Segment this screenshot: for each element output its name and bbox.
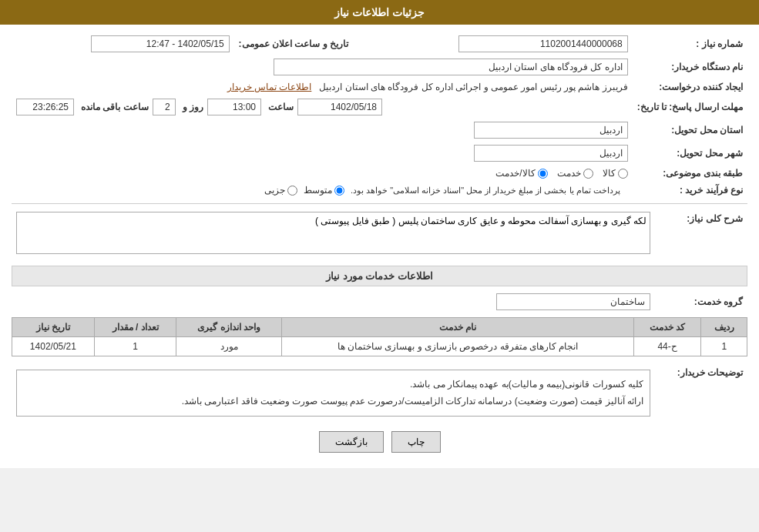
announce-value: 1402/05/15 - 12:47 [91,35,230,52]
buyer-notes-box: کلیه کسورات قانونی(بیمه و مالیات)به عهده… [16,370,650,417]
day-value: 2 [153,99,176,115]
category-khedmat-option[interactable]: خدمت [557,168,593,179]
col-name: نام خدمت [282,318,634,337]
contact-link[interactable]: اطلاعات تماس خریدار [227,82,312,92]
page-header: جزئیات اطلاعات نیاز [0,0,759,25]
cell-3: مورد [176,337,282,356]
services-table: ردیف کد خدمت نام خدمت واحد اندازه گیری ت… [12,317,747,356]
col-unit: واحد اندازه گیری [176,318,282,337]
page-title: جزئیات اطلاعات نیاز [334,6,425,18]
day-label: روز و [183,102,203,112]
purchase-jozi-label: جزیی [264,185,285,196]
reply-time-value: 13:00 [207,99,261,115]
back-button[interactable]: بازگشت [319,431,384,453]
need-number-value: 1102001440000068 [458,35,628,52]
cell-4: 1 [94,337,176,356]
category-khedmat-label: خدمت [557,168,581,179]
reply-deadline-label: مهلت ارسال پاسخ: تا تاریخ: [633,95,747,119]
description-label: شرح کلی نیاز: [655,209,747,259]
category-both-label: کالا/خدمت [495,168,535,179]
col-code: کد خدمت [633,318,701,337]
col-date: تاریخ نیاز [12,318,95,337]
purchase-note: پرداخت تمام یا بخشی از مبلغ خریدار از مح… [351,186,620,196]
cell-1: ح-44 [633,337,701,356]
category-kala-label: کالا [603,168,616,179]
services-section-title: اطلاعات خدمات مورد نیاز [12,266,747,286]
service-group-label: گروه خدمت: [655,290,747,313]
requester-org-label: نام دستگاه خریدار: [633,55,747,79]
remaining-value: 23:26:25 [16,99,74,115]
col-row: ردیف [701,318,747,337]
cell-5: 1402/05/21 [12,337,95,356]
creator-value: فریبرز هاشم پور رئیس امور عمومی و اجرائی… [319,82,627,92]
description-textarea[interactable] [16,212,650,254]
purchase-jozi-option[interactable]: جزیی [264,185,297,196]
reply-date-value: 1402/05/18 [297,99,382,115]
print-button[interactable]: چاپ [391,431,441,453]
buyer-notes-line2: ارائه آنالیز قیمت (صورت وضعیت) درسامانه … [23,393,643,410]
delivery-city-value: اردبیل [474,145,628,162]
category-both-radio[interactable] [538,169,548,179]
delivery-province-label: استان محل تحویل: [633,119,747,142]
requester-org-value: اداره کل فرودگاه های استان اردبیل [274,59,628,75]
button-row: بازگشت چاپ [12,431,747,453]
col-qty: تعداد / مقدار [94,318,176,337]
purchase-motavasset-option[interactable]: متوسط [304,185,344,196]
table-row: 1ح-44انجام کارهای متفرقه درخصوص بازسازی … [12,337,747,356]
category-kala-option[interactable]: کالا [603,168,628,179]
service-group-value: ساختمان [496,293,650,310]
purchase-motavasset-radio[interactable] [334,186,344,196]
category-label: طبقه بندی موضوعی: [633,165,747,182]
cell-0: 1 [701,337,747,356]
cell-2: انجام کارهای متفرقه درخصوص بازسازی و بهس… [282,337,634,356]
buyer-notes-label: توضیحات خریدار: [655,363,747,420]
announce-label: تاریخ و ساعت اعلان عمومی: [234,32,364,55]
purchase-motavasset-label: متوسط [304,185,332,196]
buyer-notes-line1: کلیه کسورات قانونی(بیمه و مالیات)به عهده… [23,376,643,393]
remaining-label: ساعت باقی مانده [81,102,149,112]
purchase-type-label: نوع فرآیند خرید : [633,182,747,199]
category-both-option[interactable]: کالا/خدمت [495,168,547,179]
category-khedmat-radio[interactable] [583,169,593,179]
time-label: ساعت [268,102,294,112]
creator-label: ایجاد کننده درخواست: [633,79,747,95]
delivery-city-label: شهر محل تحویل: [633,142,747,165]
purchase-jozi-radio[interactable] [287,186,297,196]
category-kala-radio[interactable] [618,169,628,179]
need-number-label: شماره نیاز : [633,32,747,55]
delivery-province-value: اردبیل [474,122,628,139]
